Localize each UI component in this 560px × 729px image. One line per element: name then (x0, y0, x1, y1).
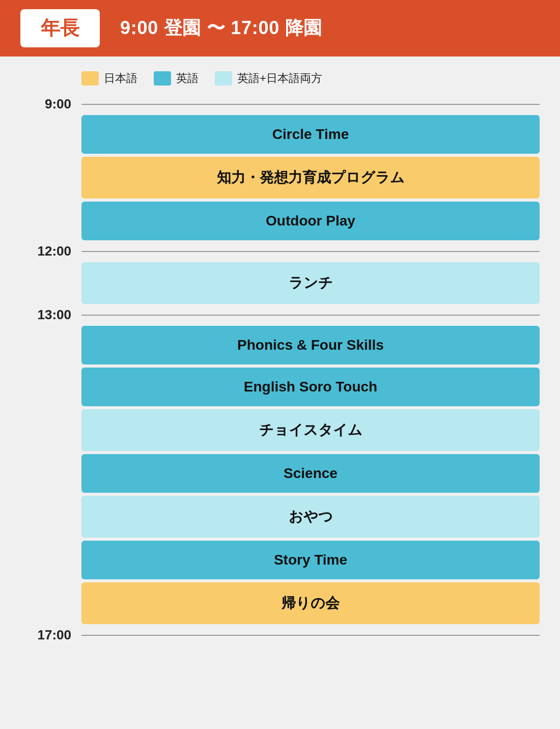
activity-outdoor-play: Outdoor Play (81, 202, 540, 240)
activity-choice-time: チョイスタイム (81, 409, 540, 451)
legend-item-japanese: 日本語 (81, 71, 137, 86)
activity-kaeri: 帰りの会 (81, 582, 540, 624)
activity-row-kaeri: 帰りの会 (20, 582, 540, 624)
activity-spacer (20, 202, 81, 240)
activity-label-science: Science (284, 465, 338, 482)
activity-spacer (20, 157, 81, 199)
time-label-1200: 12:00 (20, 243, 81, 259)
activity-spacer (20, 582, 81, 624)
activity-science: Science (81, 454, 540, 493)
activity-label-phonics: Phonics & Four Skills (237, 337, 384, 353)
activity-label-lunch: ランチ (289, 273, 333, 293)
activity-spacer (20, 326, 81, 364)
activity-label-outdoor-play: Outdoor Play (266, 213, 355, 229)
activity-label-oyatsu: おやつ (289, 507, 333, 526)
activity-spacer (20, 368, 81, 406)
legend-item-english: 英語 (154, 71, 199, 86)
activity-row-english-soro: English Soro Touch (20, 368, 540, 406)
activity-spacer (20, 115, 81, 154)
legend-color-both (215, 71, 232, 86)
activity-label-choice-time: チョイスタイム (259, 420, 362, 440)
time-line-1700 (81, 635, 540, 636)
time-line-900 (81, 104, 540, 105)
activity-spacer (20, 262, 81, 304)
activity-row-outdoor-play: Outdoor Play (20, 202, 540, 240)
activity-chinou: 知力・発想力育成プログラム (81, 157, 540, 199)
time-row-1300: 13:00 (20, 307, 540, 323)
activity-row-phonics: Phonics & Four Skills (20, 326, 540, 364)
activity-spacer (20, 409, 81, 451)
activity-row-oyatsu: おやつ (20, 496, 540, 538)
time-line-1200 (81, 251, 540, 252)
time-row-1700: 17:00 (20, 627, 540, 643)
activity-label-chinou: 知力・発想力育成プログラム (217, 168, 405, 187)
activity-row-circle-time: Circle Time (20, 115, 540, 154)
activity-phonics: Phonics & Four Skills (81, 326, 540, 364)
activity-spacer (20, 454, 81, 493)
activity-label-circle-time: Circle Time (272, 126, 349, 143)
legend-label-english: 英語 (176, 71, 199, 86)
activity-english-soro: English Soro Touch (81, 368, 540, 406)
activity-row-science: Science (20, 454, 540, 493)
time-label-1700: 17:00 (20, 627, 81, 643)
schedule-container: 9:00 Circle Time 知力・発想力育成プログラム Outdoor P… (0, 96, 560, 663)
activity-story-time: Story Time (81, 541, 540, 579)
legend-color-english (154, 71, 171, 86)
activity-spacer (20, 541, 81, 579)
grade-label: 年長 (41, 15, 79, 41)
activity-label-kaeri: 帰りの会 (282, 594, 340, 613)
activity-row-choice-time: チョイスタイム (20, 409, 540, 451)
grade-badge: 年長 (20, 9, 100, 47)
activity-label-story-time: Story Time (274, 552, 347, 568)
legend: 日本語 英語 英語+日本語両方 (0, 57, 560, 96)
schedule-time-text: 9:00 登園 〜 17:00 降園 (120, 16, 322, 41)
activity-oyatsu: おやつ (81, 496, 540, 538)
legend-label-japanese: 日本語 (104, 71, 137, 86)
time-label-1300: 13:00 (20, 307, 81, 323)
time-row-1200: 12:00 (20, 243, 540, 259)
time-line-1300 (81, 315, 540, 316)
activity-label-english-soro: English Soro Touch (244, 379, 377, 395)
activity-lunch: ランチ (81, 262, 540, 304)
activity-row-lunch: ランチ (20, 262, 540, 304)
legend-item-both: 英語+日本語両方 (215, 71, 322, 86)
activity-row-chinou: 知力・発想力育成プログラム (20, 157, 540, 199)
activity-circle-time: Circle Time (81, 115, 540, 154)
activity-spacer (20, 496, 81, 538)
page-header: 年長 9:00 登園 〜 17:00 降園 (0, 0, 560, 57)
time-row-900: 9:00 (20, 96, 540, 112)
activity-row-story-time: Story Time (20, 541, 540, 579)
legend-color-japanese (81, 71, 99, 86)
legend-label-both: 英語+日本語両方 (237, 71, 322, 86)
time-label-900: 9:00 (20, 96, 81, 112)
